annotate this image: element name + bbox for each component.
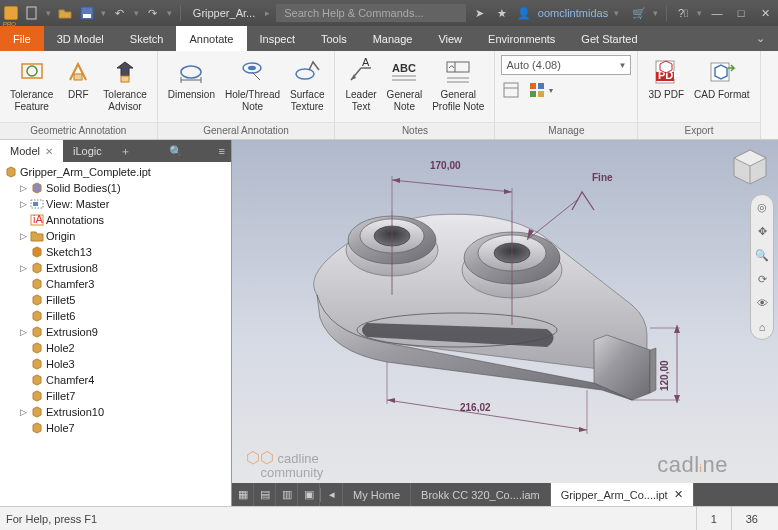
expand-icon[interactable]: ▷ [18,231,28,241]
steering-wheel-icon[interactable]: ◎ [754,199,770,215]
expand-icon[interactable]: ▷ [18,183,28,193]
help-icon[interactable]: ?⃝ [675,5,691,21]
tree-node[interactable]: ▷View: Master [0,196,231,212]
tab-environments[interactable]: Environments [475,26,568,51]
tab-tools[interactable]: Tools [308,26,360,51]
tree-node[interactable]: Hole3 [0,356,231,372]
manage-btn[interactable]: ▾ [527,81,555,99]
tree-root[interactable]: Gripper_Arm_Complete.ipt [0,164,231,180]
tree-node[interactable]: Chamfer4 [0,372,231,388]
expand-icon[interactable]: ▷ [18,263,28,273]
layout-icon[interactable]: ▤ [254,483,276,506]
tree-node[interactable]: Fillet7 [0,388,231,404]
svg-point-12 [248,66,256,70]
dropdown-icon[interactable]: ▾ [101,8,106,18]
manage-btn[interactable] [501,81,521,99]
tolerance-advisor-button[interactable]: ToleranceAdvisor [99,55,150,114]
new-icon[interactable] [24,5,40,21]
dimension-button[interactable]: Dimension [164,55,219,103]
surface-texture-button[interactable]: SurfaceTexture [286,55,328,114]
star-icon[interactable]: ★ [494,5,510,21]
open-icon[interactable] [57,5,73,21]
tree-node[interactable]: ▷Extrusion10 [0,404,231,420]
viewcube[interactable] [728,146,772,190]
dropdown-icon[interactable]: ▾ [614,8,619,18]
breadcrumb-chevron-icon[interactable]: ▸ [265,8,270,18]
dimension-label[interactable]: 120,00 [659,360,670,391]
close-icon[interactable]: ✕ [674,488,683,501]
scale-combo[interactable]: Auto (4.08)▼ [501,55,631,75]
user-name[interactable]: oomclintmidas [538,7,608,19]
dropdown-icon[interactable]: ▾ [46,8,51,18]
tab-manage[interactable]: Manage [360,26,426,51]
general-note-button[interactable]: ABCGeneralNote [383,55,427,114]
cart-icon[interactable]: 🛒 [631,5,647,21]
undo-icon[interactable]: ↶ [112,5,128,21]
prev-tab-icon[interactable]: ◂ [321,483,343,506]
drf-button[interactable]: DRF [59,55,97,103]
menu-icon[interactable]: ≡ [213,145,231,157]
surface-texture-note[interactable]: Fine [592,172,613,183]
add-tab-button[interactable]: ＋ [112,144,139,159]
dropdown-icon[interactable]: ▾ [653,8,658,18]
tab-model[interactable]: Model ✕ [0,140,63,162]
tree-node[interactable]: ▷Origin [0,228,231,244]
tab-ilogic[interactable]: iLogic [63,140,112,162]
expand-icon[interactable]: ▷ [18,407,28,417]
doc-tab-part[interactable]: Gripper_Arm_Co....ipt ✕ [551,483,694,506]
dimension-label[interactable]: 216,02 [460,402,491,413]
tab-inspect[interactable]: Inspect [247,26,308,51]
close-icon[interactable]: ✕ [45,146,53,157]
panel-title: Notes [335,122,494,139]
orbit-icon[interactable]: ⟳ [754,271,770,287]
tree-node[interactable]: ▷Solid Bodies(1) [0,180,231,196]
tree-node[interactable]: Sketch13 [0,244,231,260]
look-icon[interactable]: 👁 [754,295,770,311]
hole-thread-note-button[interactable]: Hole/ThreadNote [221,55,284,114]
ribbon-collapse-icon[interactable]: ⌄ [743,26,778,51]
layout-icon[interactable]: ▦ [232,483,254,506]
tree-node[interactable]: Fillet5 [0,292,231,308]
search-input[interactable]: Search Help & Commands... [276,4,466,22]
tab-view[interactable]: View [425,26,475,51]
search-icon[interactable]: 🔍 [163,145,189,158]
node-label: Chamfer4 [46,374,94,386]
general-profile-note-button[interactable]: GeneralProfile Note [428,55,488,114]
tree-node[interactable]: Fillet6 [0,308,231,324]
tab-sketch[interactable]: Sketch [117,26,177,51]
3d-pdf-button[interactable]: PDF3D PDF [644,55,688,103]
save-icon[interactable] [79,5,95,21]
zoom-icon[interactable]: 🔍 [754,247,770,263]
pointer-icon[interactable]: ➤ [472,5,488,21]
tree-node[interactable]: iAAnnotations [0,212,231,228]
layout-icon[interactable]: ▥ [276,483,298,506]
dropdown-icon[interactable]: ▾ [697,8,702,18]
tolerance-feature-button[interactable]: ToleranceFeature [6,55,57,114]
pan-icon[interactable]: ✥ [754,223,770,239]
viewport-3d[interactable]: — ❐ ✕ [232,140,778,506]
tab-get-started[interactable]: Get Started [568,26,650,51]
layout-icon[interactable]: ▣ [298,483,320,506]
expand-icon[interactable]: ▷ [18,327,28,337]
maximize-button[interactable]: □ [732,4,750,22]
tree-node[interactable]: Hole7 [0,420,231,436]
tree-node[interactable]: ▷Extrusion9 [0,324,231,340]
doc-tab-assembly[interactable]: Brokk CC 320_Co....iam [411,483,551,506]
minimize-button[interactable]: — [708,4,726,22]
redo-icon[interactable]: ↷ [145,5,161,21]
dropdown-icon[interactable]: ▾ [167,8,172,18]
tab-annotate[interactable]: Annotate [176,26,246,51]
dropdown-icon[interactable]: ▾ [134,8,139,18]
expand-icon[interactable]: ▷ [18,199,28,209]
tab-file[interactable]: File [0,26,44,51]
dimension-label[interactable]: 170,00 [430,160,461,171]
tab-3d-model[interactable]: 3D Model [44,26,117,51]
cad-format-button[interactable]: CAD Format [690,55,754,103]
doc-tab-home[interactable]: My Home [343,483,411,506]
tree-node[interactable]: Hole2 [0,340,231,356]
leader-text-button[interactable]: ALeaderText [341,55,380,114]
home-icon[interactable]: ⌂ [754,319,770,335]
tree-node[interactable]: ▷Extrusion8 [0,260,231,276]
tree-node[interactable]: Chamfer3 [0,276,231,292]
close-button[interactable]: ✕ [756,4,774,22]
